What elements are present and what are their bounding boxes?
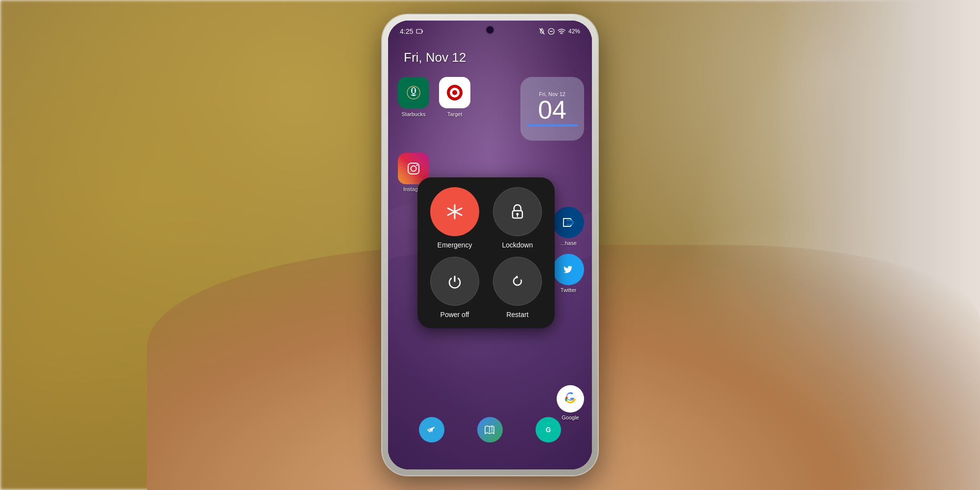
google-icon[interactable] — [557, 385, 584, 413]
power-off-label: Power off — [441, 311, 469, 318]
lockdown-circle — [493, 187, 542, 236]
restart-icon — [507, 270, 528, 292]
emergency-label: Emergency — [438, 241, 472, 249]
time-display: 4:25 — [400, 27, 413, 35]
wifi-icon — [558, 28, 565, 34]
camera-notch — [487, 26, 493, 33]
svg-text:G: G — [545, 426, 551, 434]
duo-dock[interactable]: G — [536, 417, 561, 442]
bottom-dock: G — [388, 417, 592, 442]
twitter-app[interactable]: Twitter — [553, 254, 584, 293]
widget-time: 04 — [538, 97, 566, 122]
lockdown-label: Lockdown — [502, 241, 533, 249]
twitter-icon — [553, 254, 584, 285]
power-off-option[interactable]: Power off — [427, 257, 482, 318]
telegram-icon — [419, 417, 444, 442]
maps-dock[interactable] — [477, 417, 503, 442]
svg-point-6 — [561, 34, 562, 34]
target-app[interactable]: Target — [439, 77, 470, 117]
starbucks-app[interactable]: Starbucks — [398, 77, 429, 117]
svg-rect-1 — [422, 31, 423, 32]
app-row-1: Starbucks Target — [398, 77, 470, 117]
date-display: Fri, Nov 12 — [404, 50, 466, 65]
svg-rect-11 — [413, 90, 415, 93]
svg-point-18 — [416, 165, 418, 166]
dnd-icon — [548, 28, 555, 35]
starbucks-label: Starbucks — [402, 111, 426, 117]
target-icon — [439, 77, 470, 108]
starbucks-icon — [398, 77, 429, 108]
emergency-option[interactable]: Emergency — [427, 187, 482, 249]
svg-point-15 — [452, 90, 457, 95]
silent-icon — [539, 28, 545, 35]
chase-label: ...hase — [560, 240, 576, 246]
emergency-icon — [444, 201, 466, 222]
right-apps-column: ...hase Twitter — [553, 207, 584, 293]
lock-icon — [507, 201, 528, 222]
lockdown-option[interactable]: Lockdown — [490, 187, 545, 249]
twitter-label: Twitter — [561, 287, 576, 293]
svg-point-10 — [413, 88, 415, 91]
phone-screen: 4:25 — [388, 21, 592, 469]
status-time: 4:25 — [400, 27, 423, 35]
svg-point-3 — [541, 28, 542, 30]
power-menu: Emergency Lockdown — [417, 177, 555, 328]
telegram-dock[interactable] — [419, 417, 444, 442]
svg-point-17 — [411, 166, 416, 172]
power-icon — [444, 270, 466, 292]
duo-icon: G — [536, 417, 561, 442]
month-progress-bar — [527, 124, 578, 126]
screen-icon — [416, 29, 423, 34]
restart-circle — [493, 257, 542, 306]
maps-icon — [477, 417, 503, 442]
svg-rect-0 — [416, 29, 422, 33]
emergency-circle — [430, 187, 479, 236]
google-app-area: Google — [557, 385, 584, 420]
status-icons: 42% — [539, 28, 580, 35]
restart-label: Restart — [506, 311, 528, 318]
restart-option[interactable]: Restart — [490, 257, 545, 318]
chase-icon — [553, 207, 584, 238]
battery-display: 42% — [568, 28, 580, 35]
phone: 4:25 — [382, 15, 598, 475]
clock-widget[interactable]: Fri, Nov 12 04 — [520, 77, 584, 141]
target-label: Target — [447, 111, 463, 117]
chase-app[interactable]: ...hase — [553, 207, 584, 246]
widget-date: Fri, Nov 12 — [539, 91, 565, 97]
power-circle — [430, 257, 479, 306]
